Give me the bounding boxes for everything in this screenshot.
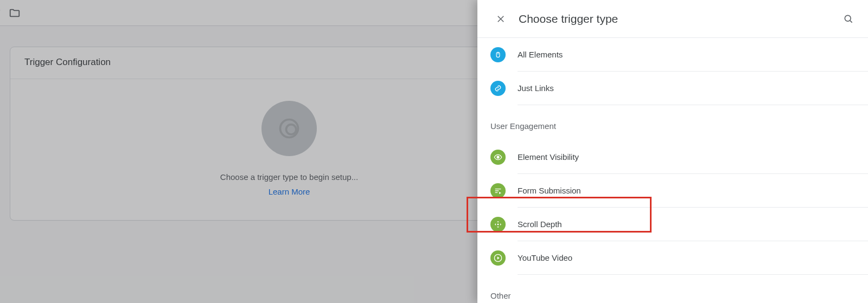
trigger-label: Just Links — [518, 72, 868, 105]
mouse-icon — [490, 47, 506, 62]
trigger-label: Element Visibility — [518, 140, 868, 174]
choose-trigger-type-panel: Choose trigger type All Elements Just Li… — [477, 0, 868, 303]
panel-header: Choose trigger type — [477, 0, 868, 38]
scroll-icon — [490, 217, 506, 232]
trigger-option-all-elements[interactable]: All Elements — [490, 38, 868, 72]
link-icon — [490, 81, 506, 96]
trigger-label: Scroll Depth — [518, 208, 868, 241]
svg-point-2 — [845, 15, 851, 21]
trigger-option-scroll-depth[interactable]: Scroll Depth — [490, 208, 868, 241]
search-icon[interactable] — [840, 10, 857, 28]
trigger-option-form-submission[interactable]: Form Submission — [490, 174, 868, 208]
panel-title: Choose trigger type — [519, 12, 840, 25]
trigger-option-element-visibility[interactable]: Element Visibility — [490, 140, 868, 174]
eye-icon — [490, 150, 506, 165]
svg-point-5 — [497, 156, 499, 158]
play-icon — [490, 250, 506, 266]
trigger-label: Form Submission — [518, 174, 868, 208]
trigger-label: YouTube Video — [518, 241, 868, 275]
form-icon — [490, 183, 506, 198]
trigger-option-youtube-video[interactable]: YouTube Video — [490, 241, 868, 275]
trigger-label: All Elements — [518, 38, 868, 72]
close-icon[interactable] — [493, 11, 509, 27]
section-title-user-engagement: User Engagement — [490, 105, 868, 140]
panel-body[interactable]: All Elements Just Links User Engagement … — [477, 38, 868, 303]
section-title-other: Other — [490, 275, 868, 303]
trigger-option-just-links[interactable]: Just Links — [490, 72, 868, 105]
